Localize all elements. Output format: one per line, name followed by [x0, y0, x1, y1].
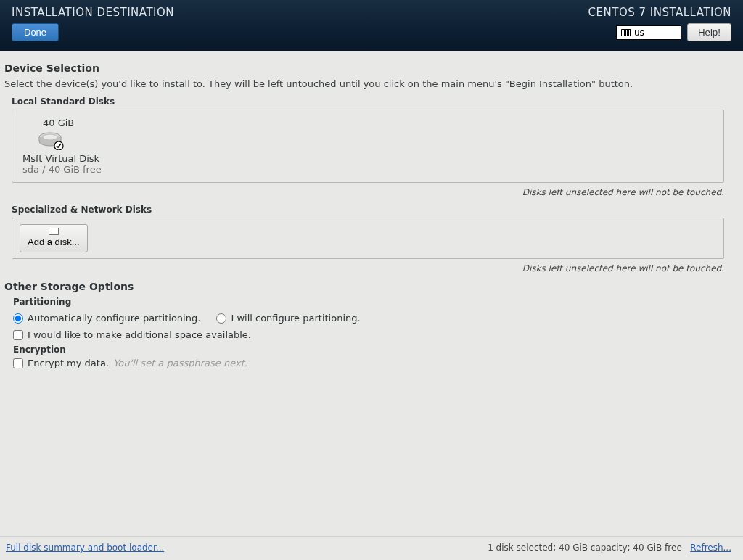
network-disks-box: Add a disk...: [12, 218, 724, 259]
add-disk-icon: [49, 228, 59, 235]
header-controls: us Help!: [616, 23, 731, 41]
checkbox-encrypt-input[interactable]: [13, 358, 23, 368]
checkbox-encrypt-label: Encrypt my data.: [28, 358, 109, 368]
header-right: CENTOS 7 INSTALLATION us Help!: [588, 6, 731, 44]
local-disks-note: Disks left unselected here will not be t…: [4, 187, 724, 197]
checkbox-reclaim-space-label: I would like to make additional space av…: [28, 329, 251, 340]
disk-item[interactable]: 40 GiB Msft Virtual Disk sda / 40 GiB fr…: [22, 118, 102, 175]
encrypt-hint: You'll set a passphrase next.: [113, 358, 247, 368]
disk-summary-link[interactable]: Full disk summary and boot loader...: [6, 543, 164, 553]
radio-manual-partition-input[interactable]: [216, 313, 226, 324]
network-disks-note: Disks left unselected here will not be t…: [4, 263, 724, 273]
checkbox-reclaim-space-input[interactable]: [13, 330, 23, 340]
radio-auto-partition-input[interactable]: [13, 313, 23, 324]
other-options-heading: Other Storage Options: [4, 281, 731, 292]
disk-size: 40 GiB: [43, 118, 74, 128]
main-content: Device Selection Select the device(s) yo…: [0, 51, 743, 536]
disk-name: Msft Virtual Disk: [22, 153, 99, 164]
network-disks-heading: Specialized & Network Disks: [12, 205, 731, 215]
keyboard-icon: [621, 29, 631, 36]
radio-auto-partition[interactable]: Automatically configure partitioning.: [13, 313, 200, 324]
encryption-label: Encryption: [13, 345, 731, 355]
footer-status: 1 disk selected; 40 GiB capacity; 40 GiB…: [488, 543, 682, 553]
device-selection-heading: Device Selection: [4, 62, 731, 74]
keyboard-layout: us: [634, 28, 644, 38]
keyboard-indicator[interactable]: us: [616, 25, 681, 40]
local-disks-box: 40 GiB Msft Virtual Disk sda / 40 GiB fr…: [12, 110, 724, 183]
product-label: CENTOS 7 INSTALLATION: [588, 6, 731, 19]
radio-manual-partition-label: I will configure partitioning.: [231, 313, 360, 324]
add-disk-button[interactable]: Add a disk...: [20, 224, 88, 252]
header-left: INSTALLATION DESTINATION Done: [12, 6, 174, 44]
encryption-group: Encryption Encrypt my data. You'll set a…: [13, 345, 731, 368]
partitioning-group: Partitioning Automatically configure par…: [13, 297, 731, 340]
checkbox-reclaim-space[interactable]: I would like to make additional space av…: [13, 329, 731, 340]
page-title: INSTALLATION DESTINATION: [12, 6, 174, 19]
svg-point-1: [43, 134, 57, 140]
checkbox-encrypt[interactable]: Encrypt my data. You'll set a passphrase…: [13, 358, 731, 368]
radio-manual-partition[interactable]: I will configure partitioning.: [216, 313, 360, 324]
footer-right: 1 disk selected; 40 GiB capacity; 40 GiB…: [488, 543, 731, 553]
device-selection-instruction: Select the device(s) you'd like to insta…: [4, 78, 731, 89]
hard-disk-icon: [37, 130, 66, 150]
done-button[interactable]: Done: [12, 23, 59, 41]
help-button[interactable]: Help!: [687, 23, 731, 41]
radio-auto-partition-label: Automatically configure partitioning.: [28, 313, 200, 324]
header-bar: INSTALLATION DESTINATION Done CENTOS 7 I…: [0, 0, 743, 51]
footer-bar: Full disk summary and boot loader... 1 d…: [0, 536, 743, 560]
refresh-link[interactable]: Refresh...: [690, 543, 731, 553]
disk-subtext: sda / 40 GiB free: [22, 164, 102, 175]
partitioning-label: Partitioning: [13, 297, 731, 307]
add-disk-label: Add a disk...: [28, 236, 80, 247]
local-disks-heading: Local Standard Disks: [12, 96, 731, 107]
